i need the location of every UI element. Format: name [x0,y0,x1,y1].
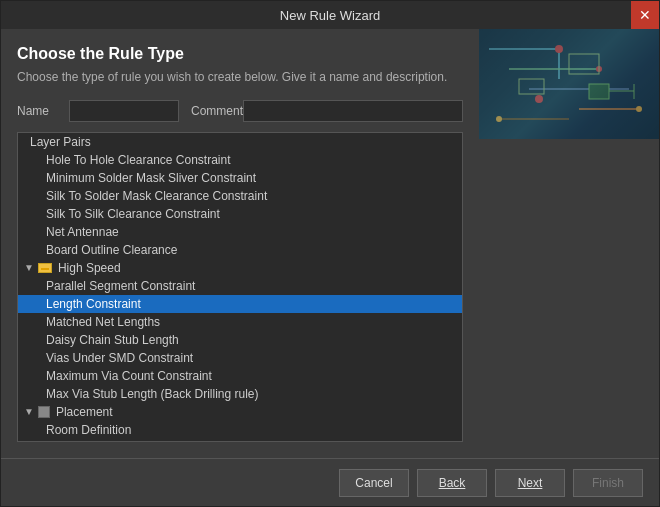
comment-input[interactable] [243,100,463,122]
list-item-hole-to-hole[interactable]: Hole To Hole Clearance Constraint [18,151,462,169]
list-item-length-constraint[interactable]: Length Constraint [18,295,462,313]
list-item-daisy-chain[interactable]: Daisy Chain Stub Length [18,331,462,349]
list-item-silk-to-silk[interactable]: Silk To Silk Clearance Constraint [18,205,462,223]
list-item-max-via-count[interactable]: Maximum Via Count Constraint [18,367,462,385]
list-item-max-via-stub[interactable]: Max Via Stub Length (Back Drilling rule) [18,385,462,403]
main-content: Choose the Rule Type Choose the type of … [1,29,659,458]
left-panel: Choose the Rule Type Choose the type of … [1,29,479,458]
svg-rect-14 [589,84,609,99]
close-button[interactable]: ✕ [631,1,659,29]
back-button[interactable]: Back [417,469,487,497]
list-group-placement-group[interactable]: ▼Placement [18,403,462,421]
new-rule-wizard-dialog: New Rule Wizard ✕ Choose the Rule Type C… [0,0,660,507]
list-item-min-solder-mask[interactable]: Minimum Solder Mask Sliver Constraint [18,169,462,187]
svg-point-12 [636,106,642,112]
bottom-bar: Cancel Back Next Finish [1,458,659,506]
name-comment-row: Name Comment [17,100,463,122]
svg-rect-0 [479,29,659,139]
list-item-vias-under-smd[interactable]: Vias Under SMD Constraint [18,349,462,367]
list-item-parallel-segment[interactable]: Parallel Segment Constraint [18,277,462,295]
list-item-component-clearance[interactable]: Component Clearance Constraint [18,439,462,442]
list-group-high-speed-group[interactable]: ▼High Speed [18,259,462,277]
svg-point-13 [496,116,502,122]
list-group-label: High Speed [58,261,121,275]
page-title: Choose the Rule Type [17,45,463,63]
list-item-layer-pairs[interactable]: Layer Pairs [18,133,462,151]
list-item-silk-to-solder[interactable]: Silk To Solder Mask Clearance Constraint [18,187,462,205]
comment-label: Comment [191,104,231,118]
dialog-title: New Rule Wizard [280,8,380,23]
next-button[interactable]: Next [495,469,565,497]
rule-type-list[interactable]: Layer PairsHole To Hole Clearance Constr… [17,132,463,442]
list-item-room-definition[interactable]: Room Definition [18,421,462,439]
name-label: Name [17,104,57,118]
svg-point-7 [535,95,543,103]
page-description: Choose the type of rule you wish to crea… [17,69,463,86]
list-item-matched-net-lengths[interactable]: Matched Net Lengths [18,313,462,331]
title-bar: New Rule Wizard ✕ [1,1,659,29]
circuit-image [479,29,659,139]
svg-point-5 [555,45,563,53]
list-item-board-outline[interactable]: Board Outline Clearance [18,241,462,259]
name-input[interactable] [69,100,179,122]
list-group-label: Placement [56,405,113,419]
list-item-net-antennae[interactable]: Net Antennae [18,223,462,241]
cancel-button[interactable]: Cancel [339,469,409,497]
right-panel [479,29,659,458]
finish-button[interactable]: Finish [573,469,643,497]
